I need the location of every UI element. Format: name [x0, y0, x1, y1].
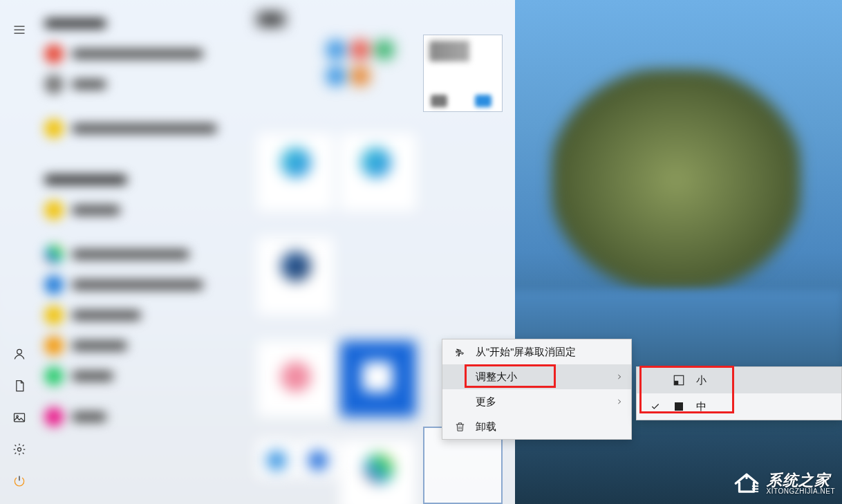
- resize-item[interactable]: 调整大小: [442, 364, 631, 389]
- watermark-title-en: XITONGZHIJIA.NET: [767, 488, 836, 495]
- svg-rect-6: [675, 402, 683, 411]
- chevron-right-icon: [616, 371, 623, 382]
- more-item[interactable]: 更多: [442, 389, 631, 414]
- app-list-blurred: [44, 8, 238, 504]
- tile-context-menu: 从"开始"屏幕取消固定 调整大小 更多 卸载: [442, 339, 632, 440]
- start-menu: [0, 0, 515, 504]
- pictures-button[interactable]: [0, 402, 39, 433]
- settings-icon: [12, 442, 26, 456]
- pictures-icon: [12, 411, 26, 424]
- user-icon: [12, 347, 26, 361]
- trash-icon: [452, 421, 467, 433]
- chevron-right-icon: [616, 396, 623, 407]
- hamburger-button[interactable]: [0, 14, 39, 46]
- resize-submenu: 小 中: [636, 366, 842, 420]
- settings-button[interactable]: [0, 433, 39, 465]
- wallpaper-mountain: [552, 69, 801, 290]
- check-icon: [649, 402, 662, 411]
- unpin-label: 从"开始"屏幕取消固定: [476, 346, 621, 359]
- resize-label: 调整大小: [476, 371, 621, 384]
- uninstall-item[interactable]: 卸载: [442, 414, 631, 439]
- documents-button[interactable]: [0, 370, 39, 402]
- unpin-icon: [452, 346, 467, 358]
- menu-icon: [12, 23, 26, 37]
- small-tile-icon: [671, 374, 686, 386]
- watermark: 系统之家 XITONGZHIJIA.NET: [732, 468, 836, 500]
- documents-icon: [12, 379, 26, 393]
- svg-point-2: [17, 416, 18, 418]
- watermark-title-cn: 系统之家: [767, 473, 836, 488]
- medium-tile-icon: [671, 400, 686, 413]
- uninstall-label: 卸载: [476, 420, 621, 433]
- start-rail: [0, 0, 39, 504]
- size-small-label: 小: [696, 374, 707, 387]
- watermark-logo-icon: [732, 468, 761, 500]
- more-label: 更多: [476, 395, 621, 409]
- size-medium-item[interactable]: 中: [637, 393, 841, 420]
- svg-rect-5: [674, 381, 678, 385]
- svg-point-0: [17, 349, 22, 354]
- size-medium-label: 中: [696, 400, 707, 413]
- power-icon: [12, 474, 26, 488]
- user-button[interactable]: [0, 338, 39, 370]
- svg-point-3: [18, 448, 21, 451]
- power-button[interactable]: [0, 465, 39, 497]
- unpin-from-start-item[interactable]: 从"开始"屏幕取消固定: [442, 339, 631, 364]
- size-small-item[interactable]: 小: [637, 367, 841, 393]
- live-tile-preview[interactable]: [423, 35, 503, 112]
